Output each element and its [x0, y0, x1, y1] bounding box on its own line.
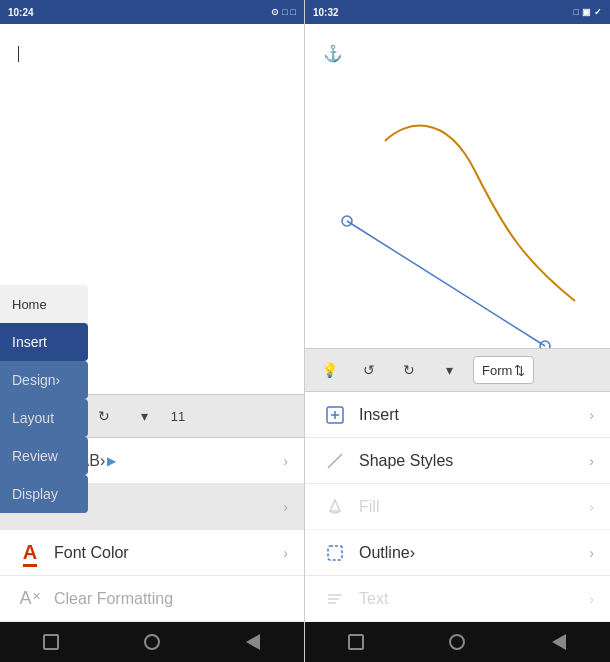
fill-icon: [321, 497, 349, 517]
shape-styles-chevron: ›: [589, 453, 594, 469]
format-symbols-chevron: ›: [283, 453, 288, 469]
font-color-icon: A: [16, 539, 44, 567]
outline-label: Outline›: [359, 544, 589, 562]
cursor-line: [18, 46, 19, 62]
fill-label: Fill: [359, 498, 589, 516]
right-time: 10:32: [313, 7, 339, 18]
insert-menu-item[interactable]: Insert ›: [305, 392, 610, 438]
redo-btn-right[interactable]: ↻: [393, 354, 425, 386]
right-panel: 10:32 □ ▣ ✓ ⚓ 💡 ↺ ↻: [305, 0, 610, 662]
insert-chevron: ›: [589, 407, 594, 423]
shape-styles-icon: [321, 451, 349, 471]
svg-rect-5: [328, 546, 342, 560]
undo-btn-right[interactable]: ↺: [353, 354, 385, 386]
sidebar-item-review[interactable]: Review: [0, 437, 88, 475]
drawing-canvas: [305, 24, 610, 348]
font-color-chevron: ›: [283, 545, 288, 561]
left-panel: 10:24 ⊙ □ □ Home Insert Design› Layout: [0, 0, 305, 662]
outline-chevron: ›: [589, 545, 594, 561]
right-doc-canvas: ⚓: [305, 24, 610, 348]
ab-arrow: ▶: [107, 454, 116, 468]
form-dropdown-arrow: ⇅: [514, 363, 525, 378]
clear-formatting-label: Clear Formatting: [54, 590, 288, 608]
toolbar-number: 11: [168, 409, 188, 424]
right-status-bar: 10:32 □ ▣ ✓: [305, 0, 610, 24]
shape-styles-menu-item[interactable]: Shape Styles ›: [305, 438, 610, 484]
arrow-dropdown-left[interactable]: ▾: [128, 400, 160, 432]
left-status-bar: 10:24 ⊙ □ □: [0, 0, 304, 24]
form-dropdown[interactable]: Form ⇅: [473, 356, 534, 384]
redo-btn-left[interactable]: ↻: [88, 400, 120, 432]
nav-circle-left[interactable]: [140, 630, 164, 654]
clear-formatting-menu-item[interactable]: A ✕ Clear Formatting: [0, 576, 304, 622]
outline-icon: [321, 543, 349, 563]
sidebar-overlay: Home Insert Design› Layout Review Displa…: [0, 285, 88, 513]
form-dropdown-label: Form: [482, 363, 512, 378]
sidebar-item-layout[interactable]: Layout: [0, 399, 88, 437]
insert-icon: [321, 405, 349, 425]
text-label: Text: [359, 590, 589, 608]
nav-square-right[interactable]: [344, 630, 368, 654]
light-bulb-btn-right[interactable]: 💡: [313, 354, 345, 386]
font-color-label: Font Color: [54, 544, 283, 562]
sidebar-item-design[interactable]: Design›: [0, 361, 88, 399]
text-menu-item[interactable]: Text ›: [305, 576, 610, 622]
text-icon: [321, 589, 349, 609]
evidence-chevron: ›: [283, 499, 288, 515]
nav-circle-right[interactable]: [445, 630, 469, 654]
insert-label: Insert: [359, 406, 589, 424]
clear-formatting-icon: A ✕: [16, 585, 44, 613]
fill-chevron: ›: [589, 499, 594, 515]
text-chevron: ›: [589, 591, 594, 607]
fill-menu-item[interactable]: Fill ›: [305, 484, 610, 530]
left-status-icons: ⊙ □ □: [271, 7, 296, 17]
left-bottom-nav: [0, 622, 304, 662]
svg-line-4: [328, 454, 342, 468]
right-toolbar: 💡 ↺ ↻ ▾ Form ⇅: [305, 348, 610, 392]
font-color-menu-item[interactable]: A Font Color ›: [0, 530, 304, 576]
left-time: 10:24: [8, 7, 34, 18]
nav-triangle-right[interactable]: [547, 630, 571, 654]
sidebar-item-home[interactable]: Home: [0, 285, 88, 323]
right-menu: Insert › Shape Styles › Fill ›: [305, 392, 610, 622]
shape-styles-label: Shape Styles: [359, 452, 589, 470]
right-status-icons: □ ▣ ✓: [574, 7, 602, 17]
sidebar-item-insert[interactable]: Insert: [0, 323, 88, 361]
sidebar-item-display[interactable]: Display: [0, 475, 88, 513]
nav-square-left[interactable]: [39, 630, 63, 654]
main-container: 10:24 ⊙ □ □ Home Insert Design› Layout: [0, 0, 610, 662]
nav-triangle-left[interactable]: [241, 630, 265, 654]
outline-menu-item[interactable]: Outline› ›: [305, 530, 610, 576]
right-bottom-nav: [305, 622, 610, 662]
arrow-dropdown-right[interactable]: ▾: [433, 354, 465, 386]
